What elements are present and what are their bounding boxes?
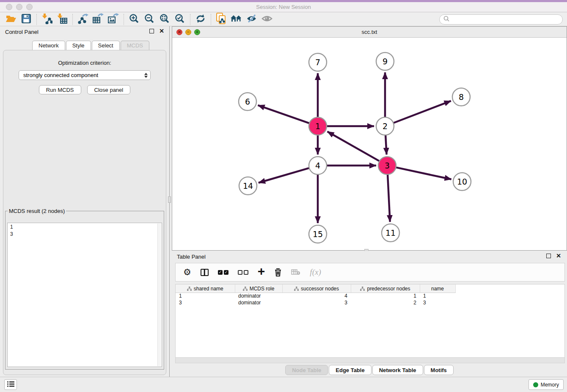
- column-header[interactable]: name: [420, 284, 455, 293]
- save-session-button[interactable]: [19, 13, 34, 26]
- zoom-out-icon: [144, 14, 154, 25]
- svg-text:3: 3: [385, 161, 390, 170]
- tab-edge-table[interactable]: Edge Table: [329, 365, 371, 375]
- memory-status-dot: [533, 382, 538, 387]
- float-table-panel-icon[interactable]: [546, 254, 551, 258]
- tab-network-table[interactable]: Network Table: [372, 365, 423, 375]
- export-network-button[interactable]: [75, 13, 91, 26]
- home-view-button[interactable]: [229, 13, 244, 26]
- column-header[interactable]: MCDS role: [235, 284, 282, 293]
- svg-text:2: 2: [383, 121, 388, 131]
- export-table-button[interactable]: [91, 13, 106, 26]
- network-canvas[interactable]: 7968124314101511: [172, 38, 567, 250]
- node-3[interactable]: 3: [378, 157, 396, 174]
- table-cell: 1: [176, 293, 235, 299]
- table-settings-gear-icon[interactable]: ⚙: [183, 267, 191, 277]
- network-graph[interactable]: 7968124314101511: [172, 38, 567, 250]
- zoom-in-button[interactable]: [127, 13, 142, 26]
- node-10[interactable]: 10: [453, 173, 471, 190]
- node-4[interactable]: 4: [309, 157, 327, 174]
- vertical-splitter-handle[interactable]: [168, 196, 171, 203]
- split-view-icon[interactable]: [201, 269, 209, 276]
- edge-3-10[interactable]: [396, 167, 451, 179]
- select-all-columns-icon[interactable]: ✓✓: [218, 270, 228, 275]
- tab-motifs[interactable]: Motifs: [424, 365, 454, 375]
- memory-label: Memory: [541, 382, 559, 388]
- optimization-criterion-label: Optimization criterion:: [3, 60, 166, 66]
- table-row[interactable]: 3dominator323: [176, 299, 455, 306]
- import-network-button[interactable]: [39, 13, 55, 26]
- edge-1-6[interactable]: [258, 105, 310, 123]
- tab-style[interactable]: Style: [66, 41, 91, 50]
- tab-mcds[interactable]: MCDS: [121, 41, 149, 50]
- clone-network-button[interactable]: [214, 13, 229, 26]
- node-2[interactable]: 2: [376, 117, 394, 135]
- fit-content-button[interactable]: [157, 13, 172, 26]
- edge-3-1[interactable]: [328, 132, 380, 161]
- delete-column-trash-icon[interactable]: [274, 268, 282, 277]
- node-9[interactable]: 9: [376, 52, 394, 70]
- control-panel-title: Control Panel: [5, 29, 39, 35]
- toolbar-separator: [190, 14, 190, 25]
- result-line: 1: [10, 224, 162, 231]
- network-view-window: ✕ − + scc.txt 7968124314101511: [172, 26, 567, 251]
- tab-node-table[interactable]: Node Table: [285, 365, 328, 375]
- svg-text:10: 10: [457, 177, 467, 186]
- hierarchy-icon: [360, 287, 365, 291]
- svg-text:11: 11: [385, 228, 396, 237]
- hide-panels-button[interactable]: [244, 13, 259, 26]
- task-history-button[interactable]: [4, 379, 17, 390]
- refresh-view-button[interactable]: [193, 13, 208, 26]
- tab-select[interactable]: Select: [92, 41, 120, 50]
- export-image-button[interactable]: [106, 13, 121, 26]
- zoom-selected-button[interactable]: [172, 13, 187, 26]
- edge-2-3[interactable]: [385, 135, 386, 155]
- deselect-all-columns-icon[interactable]: [238, 270, 248, 275]
- svg-text:1: 1: [315, 121, 320, 131]
- table-cell: 4: [282, 293, 351, 299]
- result-line: 3: [10, 231, 162, 238]
- close-panel-button[interactable]: Close panel: [87, 85, 131, 94]
- float-panel-icon[interactable]: [149, 29, 154, 33]
- eye-slash-icon: [246, 14, 258, 25]
- edge-4-14[interactable]: [259, 168, 309, 183]
- search-input[interactable]: [450, 16, 562, 23]
- node-7[interactable]: 7: [309, 53, 327, 71]
- table-row[interactable]: 1dominator411: [176, 293, 455, 299]
- close-panel-icon[interactable]: ✕: [159, 29, 164, 33]
- node-15[interactable]: 15: [309, 225, 327, 243]
- zoom-out-button[interactable]: [142, 13, 157, 26]
- node-1[interactable]: 1: [309, 117, 327, 135]
- memory-button[interactable]: Memory: [528, 379, 564, 390]
- column-header[interactable]: shared name: [176, 284, 235, 293]
- column-header[interactable]: predecessor nodes: [351, 284, 420, 293]
- criterion-select[interactable]: strongly connected component: [19, 70, 151, 80]
- node-table[interactable]: shared nameMCDS rolesuccessor nodesprede…: [175, 284, 565, 358]
- run-mcds-button[interactable]: Run MCDS: [39, 85, 81, 94]
- tab-network[interactable]: Network: [32, 41, 65, 50]
- zoom-selected-icon: [175, 14, 185, 25]
- open-session-button[interactable]: [3, 13, 19, 26]
- show-panels-button[interactable]: [259, 13, 275, 26]
- export-table-icon: [92, 13, 104, 26]
- network-window-titlebar[interactable]: ✕ − + scc.txt: [172, 27, 567, 38]
- node-14[interactable]: 14: [239, 177, 257, 195]
- search-field[interactable]: [439, 14, 563, 25]
- add-column-icon[interactable]: +: [258, 267, 265, 276]
- mcds-result-textarea[interactable]: 13: [7, 223, 162, 367]
- window-title: Session: New Session: [0, 4, 567, 10]
- import-table-button[interactable]: [55, 13, 70, 26]
- node-11[interactable]: 11: [382, 224, 399, 242]
- delete-table-icon: [291, 269, 300, 276]
- import-network-icon: [41, 13, 52, 26]
- edge-2-8[interactable]: [394, 101, 451, 123]
- table-cell: 3: [176, 299, 235, 306]
- table-scroll-strip[interactable]: [175, 358, 565, 363]
- node-8[interactable]: 8: [452, 88, 470, 106]
- node-6[interactable]: 6: [239, 93, 256, 110]
- column-header[interactable]: successor nodes: [282, 284, 351, 293]
- close-table-panel-icon[interactable]: ✕: [556, 254, 561, 258]
- result-scrollbar[interactable]: [157, 224, 161, 366]
- edge-3-11[interactable]: [388, 174, 390, 222]
- refresh-icon: [195, 14, 206, 25]
